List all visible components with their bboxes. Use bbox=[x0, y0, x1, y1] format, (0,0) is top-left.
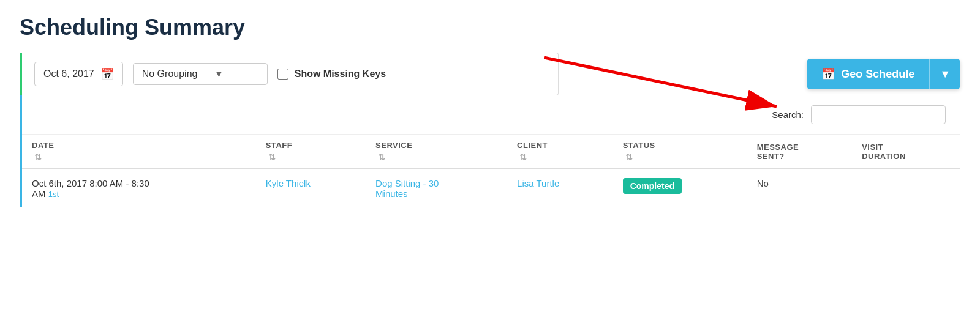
sort-client-icon[interactable]: ⇅ bbox=[519, 152, 603, 162]
grouping-label: No Grouping bbox=[142, 69, 198, 80]
search-label: Search: bbox=[772, 110, 804, 120]
service-link[interactable]: Dog Sitting - 30Minutes bbox=[375, 178, 439, 199]
missing-keys-checkbox-label[interactable]: Show Missing Keys bbox=[277, 69, 386, 80]
filter-bar: Oct 6, 2017 📅 No Grouping ▼ Show Missing… bbox=[20, 53, 559, 95]
cell-status: Completed bbox=[613, 169, 747, 207]
page-title: Scheduling Summary bbox=[20, 15, 960, 40]
geo-schedule-chevron-icon: ▼ bbox=[940, 68, 951, 80]
col-status: STATUS ⇅ bbox=[613, 135, 747, 169]
col-date: DATE ⇅ bbox=[22, 135, 256, 169]
sort-status-icon[interactable]: ⇅ bbox=[625, 152, 737, 162]
geo-schedule-dropdown-button[interactable]: ▼ bbox=[929, 59, 960, 89]
col-staff: STAFF ⇅ bbox=[256, 135, 366, 169]
sort-staff-icon[interactable]: ⇅ bbox=[268, 152, 356, 162]
date-picker[interactable]: Oct 6, 2017 📅 bbox=[34, 62, 123, 86]
staff-link[interactable]: Kyle Thielk bbox=[266, 178, 311, 188]
sort-date-icon[interactable]: ⇅ bbox=[34, 152, 246, 162]
table-toolbar: Search: bbox=[22, 95, 960, 135]
geo-schedule-label: Geo Schedule bbox=[841, 68, 914, 81]
col-visit-duration: VISITDURATION bbox=[852, 135, 960, 169]
table-header-row: DATE ⇅ STAFF ⇅ SERVICE ⇅ CLIENT ⇅ bbox=[22, 135, 960, 169]
cell-date: Oct 6th, 2017 8:00 AM - 8:30 AM 1st bbox=[22, 169, 256, 207]
cell-message-sent: No bbox=[747, 169, 852, 207]
col-message-sent: MESSAGESENT? bbox=[747, 135, 852, 169]
date-value: Oct 6, 2017 bbox=[43, 69, 94, 80]
date-ordinal-suffix: 1st bbox=[48, 190, 59, 199]
grouping-dropdown[interactable]: No Grouping ▼ bbox=[133, 63, 268, 85]
calendar-icon: 📅 bbox=[100, 67, 114, 81]
cell-service: Dog Sitting - 30Minutes bbox=[366, 169, 507, 207]
missing-keys-checkbox[interactable] bbox=[277, 69, 288, 80]
search-input[interactable] bbox=[811, 105, 946, 124]
missing-keys-label: Show Missing Keys bbox=[295, 69, 386, 80]
sort-service-icon[interactable]: ⇅ bbox=[378, 152, 497, 162]
geo-schedule-button-group: 📅 Geo Schedule ▼ bbox=[807, 59, 960, 89]
chevron-down-icon: ▼ bbox=[214, 69, 223, 79]
geo-schedule-main-button[interactable]: 📅 Geo Schedule bbox=[807, 59, 929, 89]
table-row: Oct 6th, 2017 8:00 AM - 8:30 AM 1st Kyle… bbox=[22, 169, 960, 207]
client-link[interactable]: Lisa Turtle bbox=[517, 178, 559, 188]
data-table: DATE ⇅ STAFF ⇅ SERVICE ⇅ CLIENT ⇅ bbox=[22, 135, 960, 207]
table-container: Search: DATE ⇅ STAFF ⇅ SERVICE ⇅ bbox=[20, 95, 960, 207]
col-service: SERVICE ⇅ bbox=[366, 135, 507, 169]
cell-staff: Kyle Thielk bbox=[256, 169, 366, 207]
cell-client: Lisa Turtle bbox=[507, 169, 613, 207]
cell-visit-duration bbox=[852, 169, 960, 207]
status-badge: Completed bbox=[623, 178, 682, 194]
col-client: CLIENT ⇅ bbox=[507, 135, 613, 169]
geo-schedule-calendar-icon: 📅 bbox=[821, 67, 835, 81]
